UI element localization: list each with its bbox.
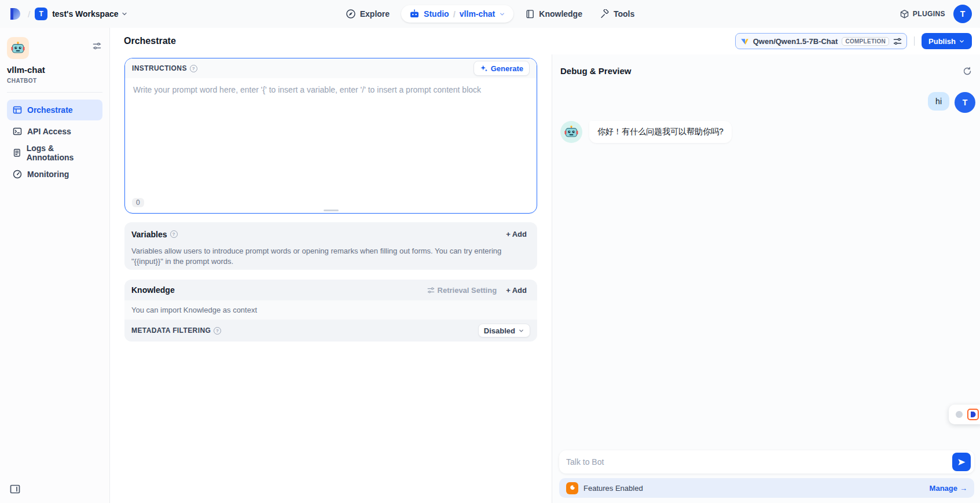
compass-icon — [346, 9, 356, 19]
chat-input-area: Features Enabled Manage → — [552, 450, 980, 503]
terminal-icon — [13, 127, 22, 136]
sparkles-icon — [480, 64, 488, 72]
workspace-selector[interactable]: test's Workspace — [52, 9, 127, 19]
page-title: Orchestrate — [124, 36, 176, 46]
app-name: vllm-chat — [7, 65, 102, 75]
features-bar: Features Enabled Manage → — [559, 478, 974, 498]
plus-icon: + — [506, 286, 511, 295]
nav-knowledge[interactable]: Knowledge — [519, 6, 588, 23]
workspace-chip[interactable]: T — [35, 8, 47, 20]
retrieval-setting-button[interactable]: Retrieval Setting — [427, 286, 497, 295]
help-icon: ? — [214, 327, 221, 335]
studio-label: Studio — [424, 9, 449, 19]
user-chat-avatar: T — [955, 92, 975, 113]
assistant-message-bubble: 你好！有什么问题我可以帮助你吗? — [589, 121, 732, 143]
instructions-panel: INSTRUCTIONS ? Generate Write your promp… — [124, 58, 537, 214]
publish-button[interactable]: Publish — [922, 33, 972, 49]
arrow-right-icon: → — [960, 484, 967, 493]
generate-button[interactable]: Generate — [474, 61, 530, 76]
chevron-down-icon — [518, 328, 524, 334]
send-icon — [957, 458, 966, 467]
widget-dot-icon — [956, 411, 963, 418]
send-button[interactable] — [952, 453, 971, 471]
book-icon — [525, 9, 535, 19]
robot-avatar-icon — [10, 41, 25, 56]
studio-app-name: vllm-chat — [460, 9, 495, 19]
hammer-icon — [600, 9, 610, 19]
manage-features-link[interactable]: Manage → — [930, 484, 967, 493]
app-sidebar: vllm-chat CHATBOT Orchestrate API Access… — [0, 28, 110, 503]
variables-title: Variables ? — [131, 230, 178, 239]
features-icon — [566, 482, 578, 494]
bot-chat-avatar — [560, 121, 582, 143]
restart-conversation-icon[interactable] — [963, 67, 972, 76]
robot-icon — [409, 9, 420, 19]
orchestrate-editor: INSTRUCTIONS ? Generate Write your promp… — [110, 54, 552, 503]
plus-icon: + — [506, 230, 511, 238]
sidebar-item-monitoring[interactable]: Monitoring — [7, 164, 102, 185]
instructions-title: INSTRUCTIONS ? — [132, 64, 197, 72]
debug-preview-title: Debug & Preview — [560, 66, 632, 76]
robot-avatar-icon — [564, 124, 579, 139]
chat-input[interactable] — [566, 457, 952, 467]
chevron-down-icon — [499, 11, 505, 17]
debug-preview-panel: Debug & Preview hi T — [552, 54, 980, 503]
top-bar: / T test's Workspace Explore Studio / — [0, 0, 980, 28]
gauge-icon — [13, 170, 22, 179]
app-operations-button[interactable] — [93, 42, 101, 50]
model-mode-badge: COMPLETION — [842, 37, 889, 46]
sidebar-item-api-access[interactable]: API Access — [7, 121, 102, 142]
nav-tools[interactable]: Tools — [594, 6, 640, 23]
chevron-down-icon — [121, 10, 128, 17]
breadcrumb-separator: / — [28, 9, 30, 19]
widget-logo-icon — [967, 409, 979, 420]
retrieval-settings-icon — [427, 287, 435, 294]
app-type-label: CHATBOT — [7, 78, 102, 84]
sidebar-item-orchestrate[interactable]: Orchestrate — [7, 100, 102, 120]
chat-message-assistant: 你好！有什么问题我可以帮助你吗? — [560, 121, 975, 143]
add-variable-button[interactable]: + Add — [502, 228, 530, 240]
header-divider — [914, 36, 915, 46]
add-knowledge-button[interactable]: + Add — [502, 284, 530, 296]
plugins-button[interactable]: PLUGINS — [900, 9, 945, 19]
nav-explore[interactable]: Explore — [340, 5, 395, 23]
knowledge-title: Knowledge — [131, 285, 175, 295]
chevron-down-icon — [959, 38, 965, 45]
logs-icon — [13, 148, 21, 157]
help-icon: ? — [190, 65, 197, 72]
sidebar-item-logs-annotations[interactable]: Logs & Annotations — [7, 142, 102, 163]
knowledge-section: Knowledge Retrieval Setting + Add — [124, 280, 537, 342]
app-avatar[interactable] — [7, 37, 29, 59]
chat-area: hi T — [552, 80, 980, 450]
user-avatar[interactable]: T — [953, 5, 972, 23]
char-count-badge: 0 — [132, 198, 144, 207]
model-name: Qwen/Qwen1.5-7B-Chat — [753, 37, 838, 46]
collapse-sidebar-button[interactable] — [9, 483, 21, 495]
metadata-filtering-title: METADATA FILTERING ? — [131, 326, 221, 335]
user-message-bubble: hi — [928, 92, 949, 111]
metadata-filtering-select[interactable]: Disabled — [478, 324, 530, 337]
main-header: Orchestrate Qwen/Qwen1.5-7B-Chat COMPLET… — [110, 28, 980, 54]
sidebar-divider — [7, 92, 102, 93]
model-selector[interactable]: Qwen/Qwen1.5-7B-Chat COMPLETION — [735, 33, 907, 49]
help-icon: ? — [170, 230, 178, 238]
vllm-logo-icon — [740, 37, 749, 46]
variables-description: Variables allow users to introduce promp… — [131, 246, 502, 267]
model-settings-icon[interactable] — [893, 37, 902, 46]
chat-input-container — [559, 450, 974, 473]
package-icon — [900, 9, 909, 19]
features-label: Features Enabled — [583, 484, 643, 493]
resize-handle[interactable] — [324, 210, 339, 211]
nav-studio-active[interactable]: Studio / vllm-chat — [401, 5, 513, 23]
chat-message-user: hi T — [560, 92, 975, 113]
studio-separator: / — [453, 9, 456, 19]
orchestrate-icon — [13, 105, 22, 115]
prompt-editor-input[interactable]: Write your prompt word here, enter '{' t… — [125, 78, 537, 194]
feedback-widget[interactable] — [949, 405, 980, 424]
variables-section: Variables ? + Add Variables allow users … — [124, 222, 537, 270]
dify-logo[interactable] — [8, 7, 23, 21]
knowledge-description: You can import Knowledge as context — [124, 300, 537, 320]
